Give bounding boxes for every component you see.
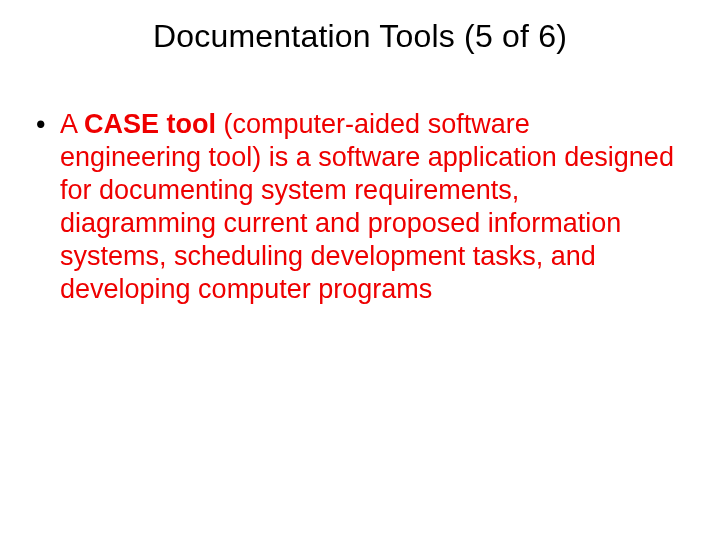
- slide-title: Documentation Tools (5 of 6): [0, 18, 720, 55]
- slide-body: A CASE tool (computer-aided software eng…: [34, 108, 674, 306]
- slide: Documentation Tools (5 of 6) A CASE tool…: [0, 0, 720, 540]
- bullet-prefix: A: [60, 109, 84, 139]
- bullet-term: CASE tool: [84, 109, 216, 139]
- bullet-list: A CASE tool (computer-aided software eng…: [34, 108, 674, 306]
- bullet-item: A CASE tool (computer-aided software eng…: [34, 108, 674, 306]
